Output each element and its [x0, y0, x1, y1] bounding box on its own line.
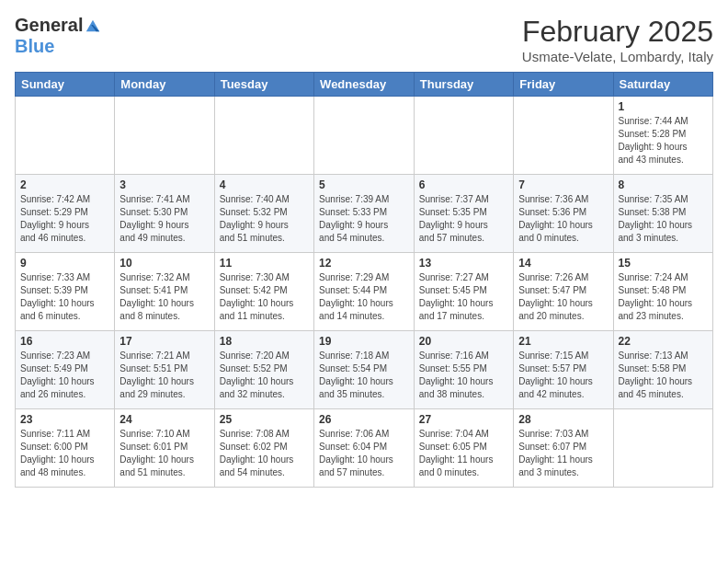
day-info: Sunrise: 7:41 AM Sunset: 5:30 PM Dayligh… [119, 193, 209, 245]
day-number: 15 [619, 257, 709, 270]
day-cell [16, 97, 115, 175]
day-cell: 21Sunrise: 7:15 AM Sunset: 5:57 PM Dayli… [514, 331, 613, 409]
logo: General Blue [15, 15, 101, 57]
day-info: Sunrise: 7:06 AM Sunset: 6:04 PM Dayligh… [319, 428, 409, 479]
day-cell: 23Sunrise: 7:11 AM Sunset: 6:00 PM Dayli… [16, 409, 115, 488]
day-info: Sunrise: 7:04 AM Sunset: 6:05 PM Dayligh… [419, 428, 508, 479]
day-number: 20 [419, 335, 508, 348]
day-cell: 8Sunrise: 7:35 AM Sunset: 5:38 PM Daylig… [613, 175, 713, 253]
day-cell: 3Sunrise: 7:41 AM Sunset: 5:30 PM Daylig… [115, 175, 214, 253]
day-info: Sunrise: 7:15 AM Sunset: 5:57 PM Dayligh… [518, 350, 608, 401]
day-cell: 28Sunrise: 7:03 AM Sunset: 6:07 PM Dayli… [514, 409, 613, 488]
day-cell: 16Sunrise: 7:23 AM Sunset: 5:49 PM Dayli… [16, 331, 115, 409]
day-cell: 26Sunrise: 7:06 AM Sunset: 6:04 PM Dayli… [314, 409, 415, 488]
location-title: Usmate-Velate, Lombardy, Italy [522, 49, 713, 64]
day-cell: 5Sunrise: 7:39 AM Sunset: 5:33 PM Daylig… [314, 175, 415, 253]
day-info: Sunrise: 7:24 AM Sunset: 5:48 PM Dayligh… [619, 271, 709, 323]
logo-icon [85, 17, 101, 34]
day-number: 25 [220, 413, 309, 426]
day-info: Sunrise: 7:35 AM Sunset: 5:38 PM Dayligh… [619, 193, 709, 245]
day-info: Sunrise: 7:18 AM Sunset: 5:54 PM Dayligh… [319, 350, 409, 401]
day-cell [613, 409, 713, 488]
day-cell [414, 97, 513, 175]
logo-general-text: General [15, 15, 83, 36]
weekday-header-thursday: Thursday [414, 73, 513, 97]
day-cell: 6Sunrise: 7:37 AM Sunset: 5:35 PM Daylig… [414, 175, 513, 253]
day-number: 14 [518, 257, 608, 270]
day-number: 12 [319, 257, 409, 270]
day-number: 9 [20, 257, 109, 270]
day-number: 1 [619, 100, 709, 113]
week-row-2: 2Sunrise: 7:42 AM Sunset: 5:29 PM Daylig… [16, 175, 713, 253]
day-cell [115, 97, 214, 175]
day-info: Sunrise: 7:21 AM Sunset: 5:51 PM Dayligh… [119, 350, 209, 401]
day-number: 3 [119, 178, 209, 191]
day-cell: 15Sunrise: 7:24 AM Sunset: 5:48 PM Dayli… [613, 253, 713, 331]
day-cell: 7Sunrise: 7:36 AM Sunset: 5:36 PM Daylig… [514, 175, 613, 253]
day-info: Sunrise: 7:26 AM Sunset: 5:47 PM Dayligh… [518, 271, 608, 323]
day-cell [314, 97, 415, 175]
day-number: 8 [619, 178, 709, 191]
day-cell: 17Sunrise: 7:21 AM Sunset: 5:51 PM Dayli… [115, 331, 214, 409]
day-number: 24 [119, 413, 209, 426]
day-cell: 22Sunrise: 7:13 AM Sunset: 5:58 PM Dayli… [613, 331, 713, 409]
weekday-header-sunday: Sunday [16, 73, 115, 97]
day-info: Sunrise: 7:39 AM Sunset: 5:33 PM Dayligh… [319, 193, 409, 245]
day-number: 5 [319, 178, 409, 191]
day-number: 2 [20, 178, 109, 191]
day-number: 18 [220, 335, 309, 348]
day-cell: 10Sunrise: 7:32 AM Sunset: 5:41 PM Dayli… [115, 253, 214, 331]
day-number: 19 [319, 335, 409, 348]
day-cell: 14Sunrise: 7:26 AM Sunset: 5:47 PM Dayli… [514, 253, 613, 331]
day-cell: 24Sunrise: 7:10 AM Sunset: 6:01 PM Dayli… [115, 409, 214, 488]
week-row-4: 16Sunrise: 7:23 AM Sunset: 5:49 PM Dayli… [16, 331, 713, 409]
day-cell [514, 97, 613, 175]
day-info: Sunrise: 7:13 AM Sunset: 5:58 PM Dayligh… [619, 350, 709, 401]
day-info: Sunrise: 7:08 AM Sunset: 6:02 PM Dayligh… [220, 428, 309, 479]
day-number: 23 [20, 413, 109, 426]
day-number: 6 [419, 178, 508, 191]
day-info: Sunrise: 7:16 AM Sunset: 5:55 PM Dayligh… [419, 350, 508, 401]
day-cell: 19Sunrise: 7:18 AM Sunset: 5:54 PM Dayli… [314, 331, 415, 409]
day-cell: 18Sunrise: 7:20 AM Sunset: 5:52 PM Dayli… [214, 331, 313, 409]
weekday-header-monday: Monday [115, 73, 214, 97]
page-header: General Blue February 2025 Usmate-Velate… [15, 15, 713, 64]
week-row-5: 23Sunrise: 7:11 AM Sunset: 6:00 PM Dayli… [16, 409, 713, 488]
day-cell: 1Sunrise: 7:44 AM Sunset: 5:28 PM Daylig… [613, 97, 713, 175]
day-info: Sunrise: 7:32 AM Sunset: 5:41 PM Dayligh… [119, 271, 209, 323]
day-number: 28 [518, 413, 608, 426]
weekday-header-saturday: Saturday [613, 73, 713, 97]
logo-blue-text: Blue [15, 36, 54, 57]
weekday-header-row: SundayMondayTuesdayWednesdayThursdayFrid… [16, 73, 713, 97]
day-info: Sunrise: 7:40 AM Sunset: 5:32 PM Dayligh… [220, 193, 309, 245]
day-cell: 25Sunrise: 7:08 AM Sunset: 6:02 PM Dayli… [214, 409, 313, 488]
day-number: 22 [619, 335, 709, 348]
day-number: 26 [319, 413, 409, 426]
day-cell: 11Sunrise: 7:30 AM Sunset: 5:42 PM Dayli… [214, 253, 313, 331]
day-number: 27 [419, 413, 508, 426]
day-info: Sunrise: 7:30 AM Sunset: 5:42 PM Dayligh… [220, 271, 309, 323]
day-cell [214, 97, 313, 175]
day-number: 4 [220, 178, 309, 191]
day-info: Sunrise: 7:36 AM Sunset: 5:36 PM Dayligh… [518, 193, 608, 245]
day-info: Sunrise: 7:42 AM Sunset: 5:29 PM Dayligh… [20, 193, 109, 245]
day-info: Sunrise: 7:37 AM Sunset: 5:35 PM Dayligh… [419, 193, 508, 245]
day-cell: 20Sunrise: 7:16 AM Sunset: 5:55 PM Dayli… [414, 331, 513, 409]
day-info: Sunrise: 7:29 AM Sunset: 5:44 PM Dayligh… [319, 271, 409, 323]
day-number: 7 [518, 178, 608, 191]
title-block: February 2025 Usmate-Velate, Lombardy, I… [522, 15, 713, 64]
day-cell: 12Sunrise: 7:29 AM Sunset: 5:44 PM Dayli… [314, 253, 415, 331]
day-number: 13 [419, 257, 508, 270]
weekday-header-wednesday: Wednesday [314, 73, 415, 97]
day-cell: 13Sunrise: 7:27 AM Sunset: 5:45 PM Dayli… [414, 253, 513, 331]
day-info: Sunrise: 7:44 AM Sunset: 5:28 PM Dayligh… [619, 115, 709, 167]
day-info: Sunrise: 7:11 AM Sunset: 6:00 PM Dayligh… [20, 428, 109, 479]
day-info: Sunrise: 7:27 AM Sunset: 5:45 PM Dayligh… [419, 271, 508, 323]
day-info: Sunrise: 7:23 AM Sunset: 5:49 PM Dayligh… [20, 350, 109, 401]
day-cell: 2Sunrise: 7:42 AM Sunset: 5:29 PM Daylig… [16, 175, 115, 253]
week-row-1: 1Sunrise: 7:44 AM Sunset: 5:28 PM Daylig… [16, 97, 713, 175]
day-number: 21 [518, 335, 608, 348]
day-info: Sunrise: 7:10 AM Sunset: 6:01 PM Dayligh… [119, 428, 209, 479]
day-number: 10 [119, 257, 209, 270]
weekday-header-friday: Friday [514, 73, 613, 97]
